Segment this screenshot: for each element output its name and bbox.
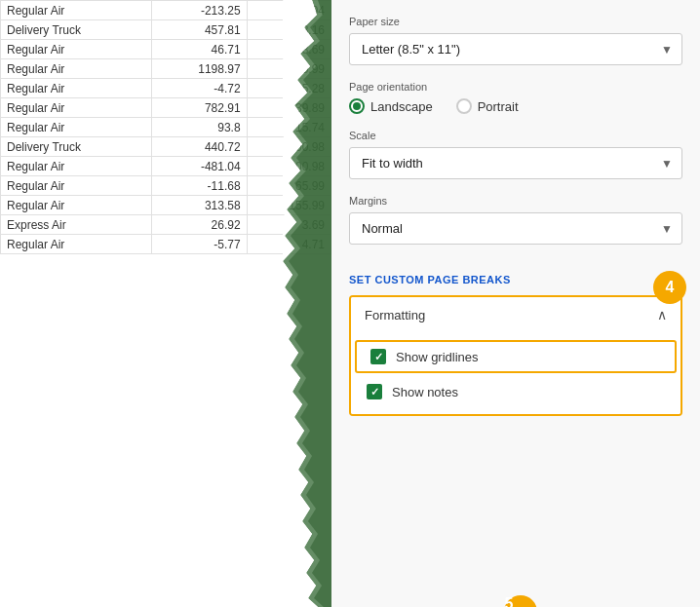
step-badge-5: 5 xyxy=(504,595,537,607)
formatting-title: Formatting xyxy=(365,308,425,322)
table-row: Regular Air-5.774.71 xyxy=(1,235,331,254)
scale-label: Scale xyxy=(349,130,682,141)
margins-select-wrapper[interactable]: NormalNarrowWide ▼ xyxy=(349,212,682,245)
table-row: Regular Air-4.725.28 xyxy=(1,79,331,98)
check-icon-2: ✓ xyxy=(370,386,379,398)
portrait-label: Portrait xyxy=(478,99,519,114)
orientation-label: Page orientation xyxy=(349,81,682,93)
table-row: Regular Air-213.2538.94 xyxy=(1,1,331,20)
table-row: Delivery Truck457.81208.16 xyxy=(1,20,331,40)
table-row: Express Air26.923.69 xyxy=(1,215,331,235)
margins-section: Margins NormalNarrowWide ▼ xyxy=(349,195,682,245)
table-row: Regular Air93.815.74 xyxy=(1,118,331,137)
paper-size-section: Paper size Letter (8.5" x 11")A4Legal ▼ xyxy=(349,16,682,65)
show-gridlines-checkbox[interactable]: ✓ xyxy=(370,349,386,364)
landscape-label: Landscape xyxy=(370,99,433,114)
check-icon: ✓ xyxy=(374,351,383,363)
portrait-radio-circle xyxy=(456,98,472,114)
paper-size-label: Paper size xyxy=(349,16,682,27)
show-gridlines-label: Show gridlines xyxy=(396,350,479,364)
portrait-radio[interactable]: Portrait xyxy=(456,98,519,114)
step-badge-4: 4 xyxy=(653,271,686,304)
paper-size-select-wrapper[interactable]: Letter (8.5" x 11")A4Legal ▼ xyxy=(349,33,682,65)
table-row: Regular Air782.9139.89 xyxy=(1,98,331,118)
table-row: Regular Air-11.6865.99 xyxy=(1,176,331,196)
formatting-body: ✓ Show gridlines ✓ Show notes xyxy=(351,332,681,414)
paper-size-select[interactable]: Letter (8.5" x 11")A4Legal xyxy=(349,33,682,65)
table-row: Delivery Truck440.72100.98 xyxy=(1,137,331,157)
table-row: Regular Air313.58155.99 xyxy=(1,196,331,215)
landscape-radio-circle xyxy=(349,98,365,114)
set-custom-page-breaks-link[interactable]: SET CUSTOM PAGE BREAKS xyxy=(349,274,511,285)
table-row: Regular Air-481.04100.98 xyxy=(1,157,331,176)
show-gridlines-row[interactable]: ✓ Show gridlines xyxy=(355,340,677,373)
orientation-section: Page orientation Landscape Portrait xyxy=(349,81,682,114)
margins-label: Margins xyxy=(349,195,682,207)
spreadsheet-table: Regular Air-213.2538.94Delivery Truck457… xyxy=(0,0,331,254)
scale-section: Scale Fit to widthFit to heightFit to pa… xyxy=(349,130,682,179)
landscape-radio[interactable]: Landscape xyxy=(349,98,433,114)
margins-select[interactable]: NormalNarrowWide xyxy=(349,212,682,245)
scale-select[interactable]: Fit to widthFit to heightFit to page100% xyxy=(349,147,682,179)
orientation-row: Landscape Portrait xyxy=(349,98,682,114)
show-notes-label: Show notes xyxy=(392,385,458,399)
formatting-header[interactable]: Formatting ∧ xyxy=(351,297,681,332)
show-notes-row[interactable]: ✓ Show notes xyxy=(351,375,681,408)
show-notes-checkbox[interactable]: ✓ xyxy=(367,384,382,399)
right-panel: Paper size Letter (8.5" x 11")A4Legal ▼ … xyxy=(331,0,700,607)
table-row: Regular Air46.718.69 xyxy=(1,40,331,59)
table-row: Regular Air1198.97195.99 xyxy=(1,59,331,79)
formatting-section: Formatting ∧ ✓ Show gridlines ✓ Show not… xyxy=(349,295,682,416)
formatting-chevron-icon: ∧ xyxy=(657,307,667,322)
left-panel: Regular Air-213.2538.94Delivery Truck457… xyxy=(0,0,331,607)
scale-select-wrapper[interactable]: Fit to widthFit to heightFit to page100%… xyxy=(349,147,682,179)
